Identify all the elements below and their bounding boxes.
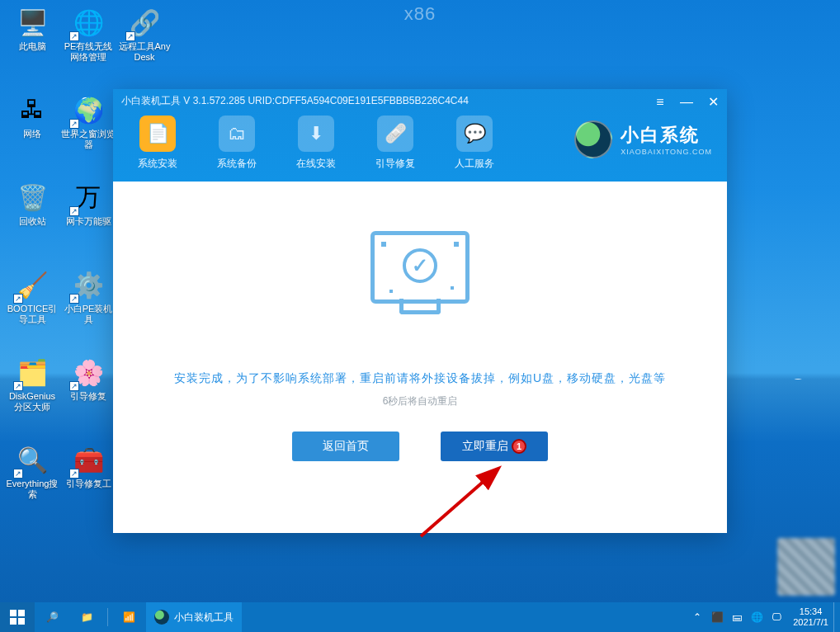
app-window: 小白装机工具 V 3.1.572.285 URID:CDFF5A594C09E1… <box>113 89 727 533</box>
desktop-icon-label: 世界之窗浏览器 <box>61 129 116 150</box>
tray-chevron-icon[interactable]: ⌃ <box>691 611 704 624</box>
close-icon[interactable]: ✕ <box>706 94 720 110</box>
tray-network-icon[interactable]: 🌐 <box>750 611 763 624</box>
desktop-icon-label: 引导修复工 <box>66 479 111 489</box>
button-row: 返回首页 立即重启 1 <box>113 432 727 461</box>
bootice-icon: 🧹↗ <box>15 267 50 302</box>
desktop-icon-this-pc[interactable]: 🖥️此电脑 <box>5 5 59 84</box>
brand-name-en: XIAOBAIXITONG.COM <box>621 148 712 156</box>
desktop-icon-label: Everything搜索 <box>5 479 59 500</box>
taskbar-wifi-icon[interactable]: 📶 <box>111 602 146 632</box>
clock-time: 15:34 <box>800 606 823 617</box>
desktop-icon-boot-repair[interactable]: 🌸↗引导修复 <box>61 355 116 434</box>
toolbar-label: 系统安装 <box>138 157 177 171</box>
taskbar-search-icon[interactable]: 🔎 <box>35 602 69 632</box>
back-button[interactable]: 返回首页 <box>292 432 399 461</box>
window-controls: ≡ — ✕ <box>653 94 720 110</box>
toolbar-bootfix[interactable]: 🩹引导修复 <box>370 116 420 171</box>
desktop-icon-boot-repair2[interactable]: 🧰↗引导修复工 <box>61 442 116 521</box>
install-icon: 📄 <box>139 116 176 152</box>
restart-button-label: 立即重启 <box>462 439 508 454</box>
minimize-icon[interactable]: — <box>679 95 694 110</box>
taskbar-separator <box>107 608 108 626</box>
desktop-icon-label: 远程工具AnyDesk <box>117 41 172 63</box>
start-button[interactable] <box>0 602 35 632</box>
toolbar-service[interactable]: 💬人工服务 <box>450 116 499 171</box>
desktop-icon-network[interactable]: 🖧网络 <box>5 92 59 172</box>
taskbar-active-app[interactable]: 小白装机工具 <box>146 602 242 632</box>
app-body: ✓ 安装完成，为了不影响系统部署，重启前请将外接设备拔掉，例如U盘，移动硬盘，光… <box>113 182 727 461</box>
diskgenius-icon: 🗂️↗ <box>15 355 50 389</box>
bootfix-icon: 🩹 <box>377 116 413 152</box>
desktop-icon-label: 此电脑 <box>19 41 46 52</box>
world-browser-icon: 🌍↗ <box>71 92 106 127</box>
toolbar-online[interactable]: ⬇在线安装 <box>291 116 341 171</box>
arch-label: x86 <box>404 3 436 25</box>
menu-icon[interactable]: ≡ <box>653 95 668 110</box>
toolbar-label: 引导修复 <box>375 157 415 171</box>
system-tray: ⌃ ⬛ 🖴 🌐 🖵 <box>686 611 788 624</box>
desktop-icon-xiaobai-pe[interactable]: ⚙️↗小白PE装机具 <box>61 267 116 347</box>
clock-date: 2021/7/1 <box>793 617 828 628</box>
restart-button[interactable]: 立即重启 1 <box>441 432 548 461</box>
desktop-icon-label: DiskGenius分区大师 <box>5 391 59 413</box>
taskbar-app-title: 小白装机工具 <box>174 611 234 625</box>
tray-display-icon[interactable]: 🖵 <box>770 611 783 624</box>
svg-rect-2 <box>18 610 25 616</box>
taskbar-clock[interactable]: 15:34 2021/7/1 <box>788 606 833 628</box>
brand-logo-icon <box>574 120 612 158</box>
desktop-icon-world-browser[interactable]: 🌍↗世界之窗浏览器 <box>61 92 116 172</box>
desktop-icon-label: 引导修复 <box>70 391 106 402</box>
recycle-icon: 🗑️ <box>15 180 50 215</box>
check-circle-icon: ✓ <box>403 248 437 283</box>
network-icon: 🖧 <box>15 92 50 127</box>
desktop-icon-recycle[interactable]: 🗑️回收站 <box>5 180 59 259</box>
success-illustration: ✓ <box>354 231 486 338</box>
desktop-icon-diskgenius[interactable]: 🗂️↗DiskGenius分区大师 <box>5 355 59 434</box>
desktop-icon-anydesk[interactable]: 🔗↗远程工具AnyDesk <box>117 5 172 84</box>
backup-icon: 🗂 <box>219 116 255 152</box>
service-icon: 💬 <box>456 116 493 152</box>
desktop-icon-label: BOOTICE引导工具 <box>5 304 59 325</box>
desktop-icon-everything[interactable]: 🔍↗Everything搜索 <box>5 442 59 521</box>
restart-badge: 1 <box>512 439 526 454</box>
shortcut-overlay-icon: ↗ <box>125 31 135 41</box>
desktop-icon-label: 小白PE装机具 <box>61 304 116 325</box>
toolbar-backup[interactable]: 🗂系统备份 <box>212 116 262 171</box>
brand: 小白系统 XIAOBAIXITONG.COM <box>574 120 712 158</box>
desktop-icon-wanka[interactable]: 万↗网卡万能驱 <box>61 180 116 259</box>
desktop-icon-label: 网卡万能驱 <box>66 216 111 227</box>
everything-icon: 🔍↗ <box>15 442 50 477</box>
desktop-icon-label: PE有线无线网络管理 <box>61 41 116 63</box>
boot-repair-icon: 🌸↗ <box>71 355 106 389</box>
svg-rect-1 <box>10 610 17 616</box>
toolbar-label: 系统备份 <box>217 157 257 171</box>
window-title: 小白装机工具 V 3.1.572.285 URID:CDFF5A594C09E1… <box>121 94 469 108</box>
shortcut-overlay-icon: ↗ <box>13 469 23 479</box>
this-pc-icon: 🖥️ <box>15 5 50 40</box>
blurred-region <box>777 538 835 596</box>
boot-repair2-icon: 🧰↗ <box>71 442 106 477</box>
shortcut-overlay-icon: ↗ <box>69 31 79 41</box>
wanka-icon: 万↗ <box>71 180 106 215</box>
toolbar-label: 人工服务 <box>455 157 494 171</box>
toolbar-install[interactable]: 📄系统安装 <box>133 116 182 171</box>
xiaobai-pe-icon: ⚙️↗ <box>71 267 106 302</box>
shortcut-overlay-icon: ↗ <box>69 469 79 479</box>
shortcut-overlay-icon: ↗ <box>13 294 23 304</box>
shortcut-overlay-icon: ↗ <box>69 294 79 304</box>
tray-usb-icon[interactable]: 🖴 <box>730 611 743 624</box>
svg-rect-4 <box>18 618 25 625</box>
desktop: x86 🖥️此电脑🌐↗PE有线无线网络管理🔗↗远程工具AnyDesk🖧网络🌍↗世… <box>0 0 840 632</box>
desktop-icon-pe-net[interactable]: 🌐↗PE有线无线网络管理 <box>61 5 116 84</box>
tray-security-icon[interactable]: ⬛ <box>710 611 724 624</box>
taskbar: 🔎 📁 📶 小白装机工具 ⌃ ⬛ 🖴 🌐 🖵 15:34 2021/7/1 <box>0 602 840 632</box>
monitor-icon: ✓ <box>370 231 470 304</box>
desktop-icon-label: 网络 <box>23 129 41 139</box>
taskbar-explorer-icon[interactable]: 📁 <box>69 602 104 632</box>
pe-net-icon: 🌐↗ <box>71 5 106 40</box>
message-primary: 安装完成，为了不影响系统部署，重启前请将外接设备拔掉，例如U盘，移动硬盘，光盘等 <box>113 371 727 386</box>
desktop-icon-bootice[interactable]: 🧹↗BOOTICE引导工具 <box>5 267 59 347</box>
show-desktop-button[interactable] <box>833 602 840 632</box>
shortcut-overlay-icon: ↗ <box>13 381 23 391</box>
